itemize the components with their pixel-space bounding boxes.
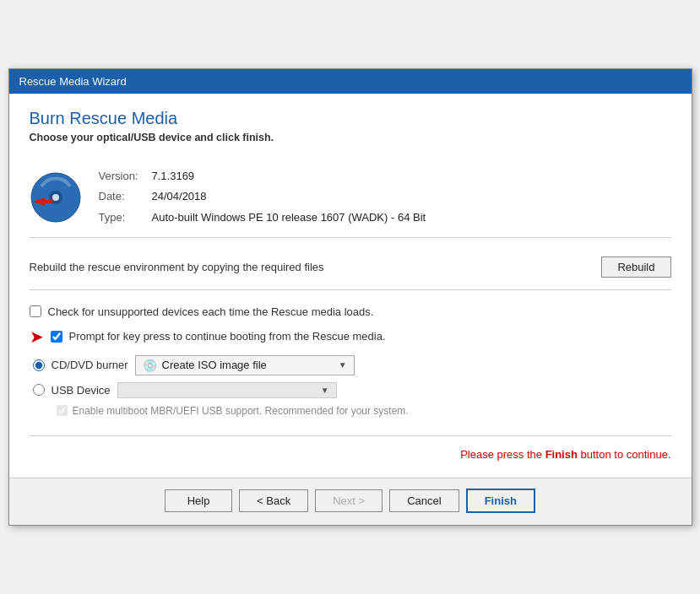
type-value: Auto-built Windows PE 10 release 1607 (W… [151, 208, 426, 227]
finish-hint-after: button to continue. [578, 448, 671, 461]
disc-small-icon: 💿 [143, 359, 157, 372]
radio1-row: CD/DVD burner 💿 Create ISO image file ▼ [33, 355, 671, 375]
date-label: Date: [99, 187, 150, 206]
cancel-button[interactable]: Cancel [389, 489, 459, 512]
checkbox1-row: Check for unsupported devices each time … [30, 305, 671, 318]
page-title: Burn Rescue Media [30, 109, 671, 128]
dropdown1-arrow: ▼ [339, 360, 347, 370]
dropdown2-arrow: ▼ [321, 386, 329, 395]
radio1-label[interactable]: CD/DVD burner [52, 359, 128, 371]
checkbox2-label[interactable]: Prompt for key press to continue booting… [69, 330, 386, 343]
title-bar: Rescue Media Wizard [9, 69, 692, 94]
help-button[interactable]: Help [165, 489, 232, 512]
options-section: Check for unsupported devices each time … [30, 305, 671, 427]
svg-rect-4 [44, 200, 52, 203]
footer: Help < Back Next > Cancel Finish [9, 478, 692, 525]
radio-section: CD/DVD burner 💿 Create ISO image file ▼ … [33, 355, 671, 417]
main-window: Rescue Media Wizard Burn Rescue Media Ch… [8, 68, 692, 525]
finish-hint-bold: Finish [545, 448, 578, 461]
multiboot-label: Enable multiboot MBR/UEFI USB support. R… [73, 405, 409, 417]
info-table: Version: 7.1.3169 Date: 24/04/2018 Type:… [97, 165, 428, 228]
disc-icon [30, 171, 82, 224]
finish-button[interactable]: Finish [466, 489, 535, 513]
rebuild-text: Rebuild the rescue environment by copyin… [30, 261, 324, 273]
dropdown2: ▼ [117, 382, 337, 398]
back-button[interactable]: < Back [239, 489, 308, 512]
version-label: Version: [99, 167, 150, 186]
checkbox1-input[interactable] [30, 305, 41, 317]
radio2-label[interactable]: USB Device [52, 384, 111, 397]
radio-usb[interactable] [33, 384, 45, 396]
subtitle-text: Choose your optical/USB device and click… [30, 132, 274, 143]
checkbox2-arrow-row: ➤ Prompt for key press to continue booti… [30, 327, 671, 347]
multiboot-checkbox[interactable] [57, 405, 68, 416]
radio-cd-dvd[interactable] [33, 359, 45, 371]
next-button[interactable]: Next > [315, 489, 383, 512]
radio2-row: USB Device ▼ [33, 382, 671, 398]
version-value: 7.1.3169 [151, 167, 426, 186]
multiboot-row: Enable multiboot MBR/UEFI USB support. R… [57, 405, 671, 417]
date-value: 24/04/2018 [151, 187, 426, 206]
finish-hint: Please press the Finish button to contin… [30, 435, 671, 467]
checkbox2-row: Prompt for key press to continue booting… [51, 330, 386, 343]
checkbox1-label[interactable]: Check for unsupported devices each time … [48, 305, 374, 318]
red-arrow-icon: ➤ [30, 327, 44, 347]
subtitle: Choose your optical/USB device and click… [30, 132, 671, 143]
rebuild-button[interactable]: Rebuild [601, 256, 670, 278]
content-area: Burn Rescue Media Choose your optical/US… [9, 94, 692, 477]
dropdown1[interactable]: 💿 Create ISO image file ▼ [135, 355, 355, 375]
checkbox2-input[interactable] [51, 331, 62, 343]
type-label: Type: [99, 208, 150, 227]
title-bar-text: Rescue Media Wizard [19, 75, 127, 88]
dropdown1-value: Create ISO image file [162, 359, 267, 371]
info-section: Version: 7.1.3169 Date: 24/04/2018 Type:… [30, 157, 671, 237]
rebuild-section: Rebuild the rescue environment by copyin… [30, 250, 671, 290]
svg-point-2 [52, 194, 59, 201]
finish-hint-text: Please press the [460, 448, 545, 461]
